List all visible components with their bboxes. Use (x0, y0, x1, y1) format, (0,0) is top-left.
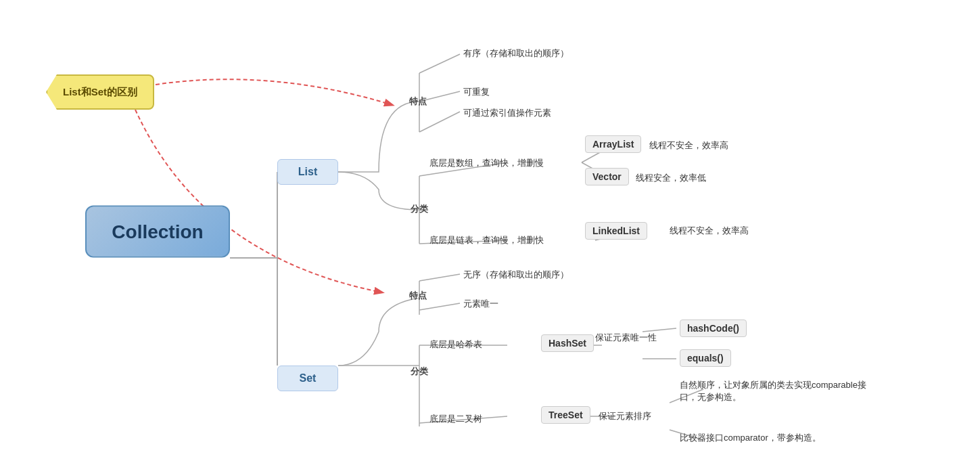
linkedlist-desc: 线程不安全，效率高 (670, 225, 749, 237)
set-hash-desc: 底层是哈希表 (429, 338, 482, 351)
collection-node: Collection (85, 206, 230, 258)
hashcode-node: hashCode() (680, 319, 747, 337)
set-feature-2: 元素唯一 (463, 298, 498, 310)
vector-label: Vector (592, 171, 622, 182)
linkedlist-label: LinkedList (592, 225, 640, 236)
list-set-diff-node: List和Set的区别 (46, 74, 154, 110)
svg-line-14 (419, 303, 460, 310)
collection-label: Collection (112, 221, 203, 242)
list-array-desc: 底层是数组，查询快，增删慢 (429, 157, 544, 169)
set-feature-1: 无序（存储和取出的顺序） (463, 269, 569, 281)
treeset-natural: 自然顺序，让对象所属的类去实现comparable接口，无参构造。 (680, 379, 869, 403)
hashcode-label: hashCode() (687, 323, 739, 334)
mindmap-canvas: Collection List和Set的区别 List Set 特点 有序（存储… (0, 0, 980, 463)
set-node: Set (277, 366, 338, 391)
svg-line-13 (419, 274, 460, 281)
list-feature-2: 可重复 (463, 86, 490, 98)
hashset-node: HashSet (541, 334, 594, 352)
equals-node: equals() (680, 349, 731, 367)
svg-line-5 (419, 112, 460, 132)
list-set-diff-label: List和Set的区别 (63, 86, 137, 99)
set-label: Set (300, 372, 317, 384)
set-feature-header: 特点 (409, 290, 427, 302)
equals-label: equals() (687, 353, 724, 363)
treeset-sort: 保证元素排序 (599, 410, 651, 422)
svg-line-3 (419, 54, 460, 73)
vector-desc: 线程安全，效率低 (636, 172, 706, 184)
set-tree-desc: 底层是二叉树 (429, 413, 482, 425)
hashset-unique: 保证元素唯一性 (595, 332, 657, 344)
list-node: List (277, 159, 338, 185)
list-feature-1: 有序（存储和取出的顺序） (463, 47, 569, 60)
list-linked-desc: 底层是链表，查询慢，增删快 (429, 234, 544, 246)
list-class-header: 分类 (411, 203, 428, 215)
list-label: List (298, 166, 317, 178)
arraylist-label: ArrayList (592, 139, 634, 150)
set-class-header: 分类 (411, 366, 428, 378)
list-feature-header: 特点 (409, 95, 427, 108)
treeset-node: TreeSet (541, 406, 590, 424)
list-feature-3: 可通过索引值操作元素 (463, 107, 551, 119)
arraylist-desc: 线程不安全，效率高 (649, 139, 728, 152)
vector-node: Vector (585, 168, 629, 185)
linkedlist-node: LinkedList (585, 222, 647, 240)
treeset-label: TreeSet (549, 410, 583, 420)
treeset-comparator: 比较器接口comparator，带参构造。 (680, 432, 821, 444)
hashset-label: HashSet (549, 338, 586, 349)
arraylist-node: ArrayList (585, 135, 641, 153)
